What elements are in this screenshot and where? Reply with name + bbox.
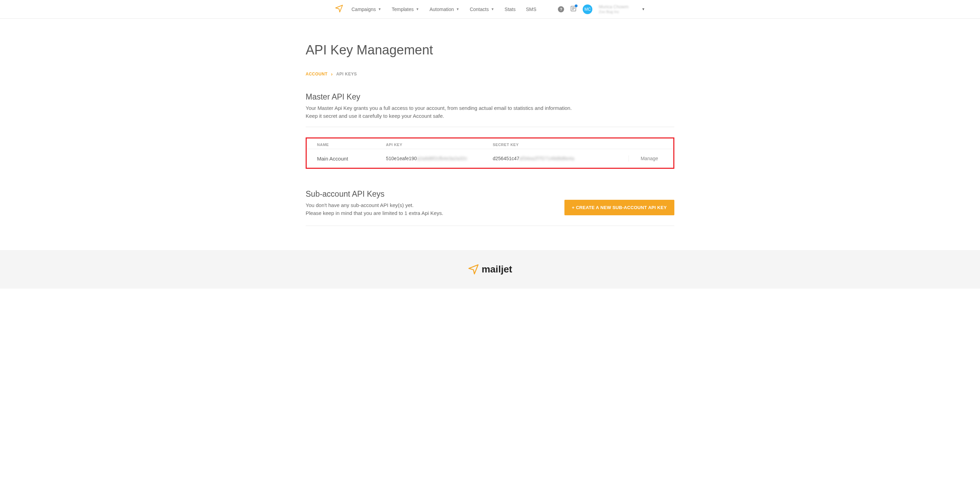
table-head: NAME API KEY SECRET KEY	[307, 138, 673, 149]
table-row: Main Account 510e1eafe190a2a8d8f2cfb4e3a…	[307, 149, 673, 168]
api-key-table: NAME API KEY SECRET KEY Main Account 510…	[305, 137, 675, 169]
divider	[305, 127, 675, 127]
subaccount-desc: You don't have any sub-account API key(s…	[305, 202, 565, 217]
notification-dot	[575, 5, 578, 7]
brand-logo[interactable]	[335, 5, 343, 14]
chevron-down-icon[interactable]: ▼	[642, 7, 645, 11]
breadcrumb-account[interactable]: ACCOUNT	[305, 72, 328, 76]
master-api-title: Master API Key	[305, 92, 675, 102]
manage-button[interactable]: Manage	[641, 156, 658, 161]
nav-automation[interactable]: Automation ▼	[430, 6, 459, 12]
col-api-key: API KEY	[386, 143, 493, 147]
cell-secret-key: d256451c47af34ea2f7f27148d8d6e4a	[493, 156, 628, 161]
notifications-icon[interactable]	[570, 5, 576, 13]
top-nav: Campaigns ▼ Templates ▼ Automation ▼ Con…	[0, 0, 980, 19]
nav-campaigns[interactable]: Campaigns ▼	[352, 6, 382, 12]
page-title: API Key Management	[305, 43, 675, 57]
footer-logo[interactable]: mailjet	[468, 264, 512, 275]
col-secret-key: SECRET KEY	[493, 143, 663, 147]
col-name: NAME	[317, 143, 386, 147]
chevron-down-icon: ▼	[491, 7, 494, 11]
breadcrumb-current: API KEYS	[336, 72, 357, 76]
nav-stats[interactable]: Stats	[504, 6, 515, 12]
nav-templates[interactable]: Templates ▼	[392, 6, 419, 12]
create-subaccount-button[interactable]: + CREATE A NEW SUB-ACCOUNT API KEY	[565, 200, 675, 215]
subaccount-title: Sub-account API Keys	[305, 189, 565, 199]
chevron-down-icon: ▼	[416, 7, 419, 11]
chevron-down-icon: ▼	[378, 7, 382, 11]
cell-api-key: 510e1eafe190a2a8d8f2cfb4e3a2a32c	[386, 156, 493, 161]
cell-name: Main Account	[317, 156, 386, 162]
avatar[interactable]: MC	[583, 5, 592, 14]
user-info: Murica Chowm Zoo Bug Inc	[598, 4, 628, 14]
divider	[305, 226, 675, 226]
nav-sms[interactable]: SMS	[526, 6, 536, 12]
chevron-down-icon: ▼	[456, 7, 459, 11]
master-api-desc: Your Master Api Key grants you a full ac…	[305, 104, 675, 120]
help-icon[interactable]: ?	[558, 6, 564, 13]
breadcrumb: ACCOUNT › API KEYS	[305, 71, 675, 77]
chevron-right-icon: ›	[331, 71, 333, 77]
nav-contacts[interactable]: Contacts ▼	[470, 6, 494, 12]
footer: mailjet	[0, 250, 980, 289]
